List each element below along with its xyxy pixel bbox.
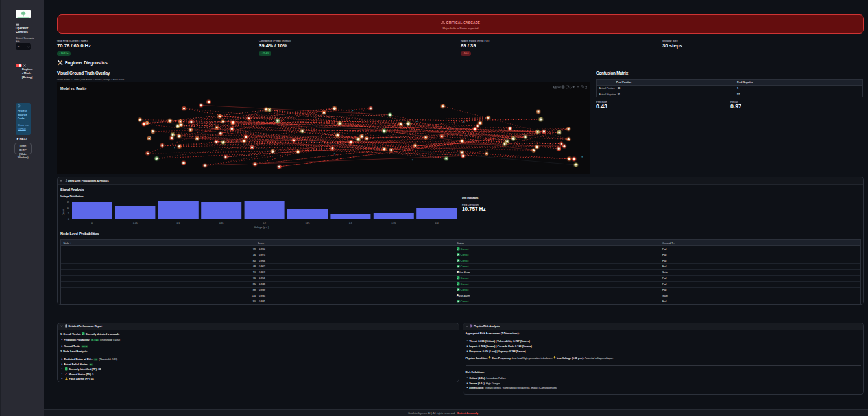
svg-text:0.2: 0.2 <box>263 222 266 225</box>
svg-text:0.35: 0.35 <box>391 222 396 225</box>
svg-text:0.15: 0.15 <box>219 222 224 225</box>
svg-text:0: 0 <box>68 218 69 221</box>
svg-text:0: 0 <box>91 222 93 225</box>
svg-text:0.3: 0.3 <box>349 222 352 225</box>
svg-text:5: 5 <box>68 212 69 215</box>
svg-text:Voltage (p.u.): Voltage (p.u.) <box>254 226 269 229</box>
svg-text:0.1: 0.1 <box>176 222 180 225</box>
svg-text:15: 15 <box>67 201 69 204</box>
svg-text:10: 10 <box>67 207 69 210</box>
svg-text:0.25: 0.25 <box>306 222 310 225</box>
svg-text:0.05: 0.05 <box>133 222 138 225</box>
svg-text:0.4: 0.4 <box>435 222 439 225</box>
svg-text:Count: Count <box>62 208 65 215</box>
